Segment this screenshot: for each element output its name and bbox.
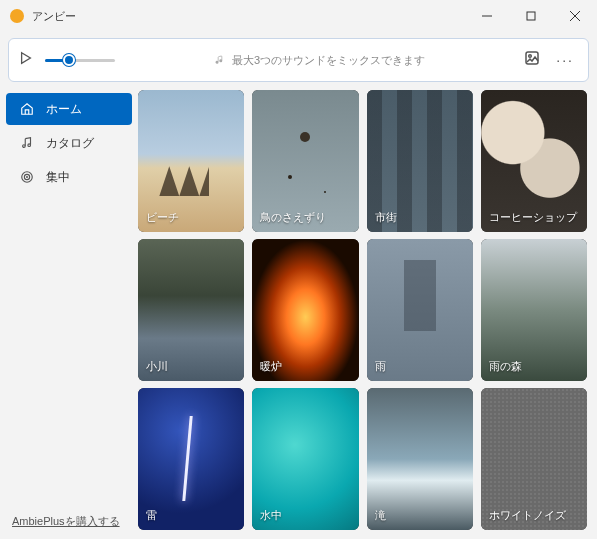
sound-card-city[interactable]: 市街 [367, 90, 473, 232]
sound-card-rainforest[interactable]: 雨の森 [481, 239, 587, 381]
app-icon [10, 9, 24, 23]
mix-hint: 最大3つのサウンドをミックスできます [127, 53, 512, 68]
sound-card-whitenoise[interactable]: ホワイトノイズ [481, 388, 587, 530]
svg-point-6 [529, 55, 532, 58]
sound-card-waterfall[interactable]: 滝 [367, 388, 473, 530]
music-note-icon [214, 54, 226, 66]
nav-label: カタログ [46, 135, 94, 152]
sound-card-coffee[interactable]: コーヒーショップ [481, 90, 587, 232]
music-icon [20, 136, 34, 150]
home-icon [20, 102, 34, 116]
card-label: 小川 [146, 359, 168, 374]
card-label: ホワイトノイズ [489, 508, 566, 523]
volume-slider[interactable] [45, 52, 115, 68]
card-label: 雷 [146, 508, 157, 523]
nav-focus[interactable]: 集中 [6, 161, 132, 193]
sound-card-stream[interactable]: 小川 [138, 239, 244, 381]
sound-card-thunder[interactable]: 雷 [138, 388, 244, 530]
card-label: 雨の森 [489, 359, 522, 374]
nav-home[interactable]: ホーム [6, 93, 132, 125]
window-maximize-button[interactable] [509, 0, 553, 32]
sound-grid: ビーチ 鳥のさえずり 市街 コーヒーショップ 小川 暖炉 雨 雨の森 雷 水中 … [138, 90, 597, 539]
more-button[interactable]: ··· [552, 52, 578, 68]
sound-card-rain[interactable]: 雨 [367, 239, 473, 381]
picture-button[interactable] [524, 50, 540, 70]
card-label: 雨 [375, 359, 386, 374]
play-button[interactable] [19, 51, 33, 69]
svg-point-7 [23, 145, 26, 148]
sound-card-underwater[interactable]: 水中 [252, 388, 358, 530]
mix-hint-text: 最大3つのサウンドをミックスできます [232, 53, 425, 68]
sound-card-birds[interactable]: 鳥のさえずり [252, 90, 358, 232]
sound-card-beach[interactable]: ビーチ [138, 90, 244, 232]
purchase-link[interactable]: AmbiePlusを購入する [0, 504, 138, 539]
nav-catalog[interactable]: カタログ [6, 127, 132, 159]
window-close-button[interactable] [553, 0, 597, 32]
card-label: 水中 [260, 508, 282, 523]
card-label: コーヒーショップ [489, 210, 577, 225]
nav-label: ホーム [46, 101, 82, 118]
card-label: 鳥のさえずり [260, 210, 326, 225]
sidebar: ホーム カタログ 集中 AmbiePlusを購入する [0, 90, 138, 539]
svg-point-11 [27, 177, 28, 178]
app-title: アンビー [32, 9, 76, 24]
card-label: ビーチ [146, 210, 179, 225]
nav-label: 集中 [46, 169, 70, 186]
card-label: 滝 [375, 508, 386, 523]
svg-point-8 [28, 144, 31, 147]
card-label: 暖炉 [260, 359, 282, 374]
control-bar: 最大3つのサウンドをミックスできます ··· [8, 38, 589, 82]
target-icon [20, 170, 34, 184]
sound-card-fireplace[interactable]: 暖炉 [252, 239, 358, 381]
titlebar: アンビー [0, 0, 597, 32]
card-label: 市街 [375, 210, 397, 225]
window-minimize-button[interactable] [465, 0, 509, 32]
svg-marker-4 [22, 53, 31, 64]
svg-rect-1 [527, 12, 535, 20]
